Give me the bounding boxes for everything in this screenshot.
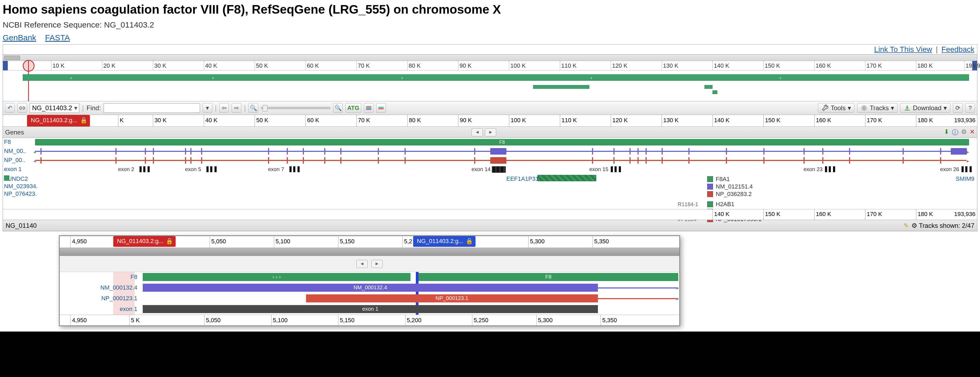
zoom-slider-knob[interactable] [262,105,267,111]
genes-tracks[interactable]: F8 F8 NM_00.. ◄► NP_00.. ◄► exon 1 [3,138,977,209]
exon-tick[interactable] [903,148,904,155]
exon-block[interactable] [614,166,617,172]
exon-block[interactable] [501,166,503,172]
exon-tick[interactable] [689,157,689,164]
exon-tick[interactable] [592,157,593,164]
prev-feature-button[interactable]: ◄ [471,128,483,136]
exon-tick[interactable] [287,148,288,155]
exon-tick[interactable] [630,157,631,164]
exon-tick[interactable] [324,157,325,164]
exon-block[interactable] [290,166,291,172]
exon-tick[interactable] [903,157,904,164]
exon-block[interactable] [293,166,295,172]
exon-tick[interactable] [662,157,663,164]
exon-tick[interactable] [474,148,475,155]
exon-tick[interactable] [849,148,850,155]
exon-block[interactable] [148,166,150,172]
exon-tick[interactable] [689,148,689,155]
exon-tick[interactable] [592,148,593,155]
exon-tick[interactable] [630,148,631,155]
next-feature-button[interactable]: ► [485,128,496,136]
exon-tick[interactable] [822,148,823,155]
exon-block[interactable] [497,166,499,172]
exon-tick[interactable] [662,148,663,155]
exon-row[interactable]: exon 1 exon 2exon 5exon 7exon 14exon 15e… [3,165,977,174]
main-ruler[interactable]: NG_011403.2:g...🔒 193,936 K30 K40 K50 K6… [3,115,977,127]
exon-block[interactable] [143,166,145,172]
exon-tick[interactable] [303,148,304,155]
exon-tick[interactable] [803,148,805,155]
exon-tick[interactable] [490,148,492,155]
exon-tick[interactable] [40,157,41,164]
help-button[interactable]: ? [965,103,975,113]
exon-block[interactable] [215,166,216,172]
gear-icon[interactable]: ⚙ [912,222,917,230]
exon-tick[interactable] [324,148,325,155]
f8-gene-row[interactable]: F8 F8 [3,138,977,147]
exon-tick[interactable] [474,157,475,164]
exon-block[interactable] [493,166,495,172]
sequence-selector[interactable]: NG_011403.2 [30,103,79,113]
exon-block[interactable] [298,166,300,172]
exon-tick[interactable] [404,148,406,155]
exon-tick[interactable] [490,157,492,164]
exon-block[interactable] [970,166,972,172]
scrollbar-thumb[interactable] [4,55,20,60]
exon-tick[interactable] [638,148,639,155]
exon-block[interactable] [619,166,621,172]
exon-tick[interactable] [185,148,186,155]
exon-tick[interactable] [153,157,154,164]
feedback-link[interactable]: Feedback [942,45,974,54]
track-settings-icon[interactable]: ⚙ [961,128,967,137]
tools-menu[interactable]: Tools▾ [818,103,854,113]
exon-tick[interactable] [940,148,941,155]
bottom-ruler[interactable]: 193,936 140 K150 K160 K170 K180 K [3,209,977,220]
exon-tick[interactable] [764,148,764,155]
zoom-out-button[interactable]: 🔍 [248,103,258,113]
exon-block[interactable] [961,166,964,172]
exon-tick[interactable] [268,148,269,155]
nm-transcript-row[interactable]: NM_00.. ◄► [3,147,977,156]
link-icon-button[interactable] [18,103,27,113]
exon-tick[interactable] [303,157,304,164]
exon-block[interactable] [829,166,831,172]
exon-block[interactable] [611,166,613,172]
exon-tick[interactable] [201,157,202,164]
fundc2-bar[interactable] [4,176,10,181]
exon-tick[interactable] [638,157,639,164]
exon-block[interactable] [833,166,835,172]
track-download-icon[interactable]: ⬇ [944,128,949,137]
exon-tick[interactable] [849,157,850,164]
eef-bar[interactable] [538,175,596,181]
exon-tick[interactable] [153,148,154,155]
np-protein-row[interactable]: NP_00.. ◄► [3,156,977,165]
exon-tick[interactable] [378,157,379,164]
exon-tick[interactable] [764,157,764,164]
exon-tick[interactable] [145,148,146,155]
exon-tick[interactable] [803,157,805,164]
exon-tick[interactable] [185,157,186,164]
exon-tick[interactable] [646,157,647,164]
exon-block[interactable] [140,166,142,172]
pan-right-button[interactable]: ⇨ [232,103,241,113]
atg-button[interactable]: ATG [345,103,361,113]
fasta-link[interactable]: FASTA [45,33,70,42]
overview-gene-track[interactable]: ››››› [23,74,969,81]
exon-tick[interactable] [404,157,406,164]
back-button[interactable]: ↶ [5,103,15,113]
overview-feature-1[interactable] [533,85,589,89]
exon-tick[interactable] [378,148,379,155]
find-dropdown[interactable]: ▾ [203,103,212,113]
zoom-in-button[interactable]: 🔍 [333,103,343,113]
overview-feature-3[interactable] [713,90,718,94]
reload-button[interactable]: ⟳ [953,103,963,113]
exon-tick[interactable] [726,157,727,164]
exon-tick[interactable] [822,157,823,164]
exon-tick[interactable] [115,157,116,164]
exon-block[interactable] [965,166,967,172]
exon-tick[interactable] [201,148,202,155]
exon-tick[interactable] [340,148,341,155]
exon-tick[interactable] [190,157,191,164]
exon-tick[interactable] [726,148,727,155]
exon-tick[interactable] [340,157,341,164]
